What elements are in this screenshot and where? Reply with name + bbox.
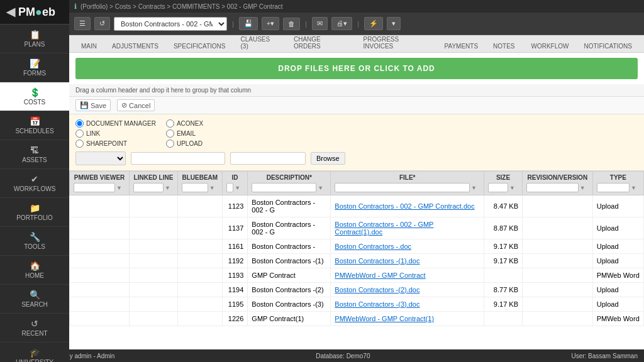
table-row: 1161 Boston Contractors - Boston Contrac… [70, 239, 644, 254]
save-button[interactable]: 💾 Save [75, 99, 111, 111]
sidebar-item-search-label: SEARCH [21, 301, 48, 308]
add-toolbar-button[interactable]: +▾ [262, 17, 279, 30]
cell-id: 1193 [222, 268, 248, 283]
tab-progress-invoices[interactable]: PROGRESS INVOICES [356, 33, 436, 52]
sidebar-item-home[interactable]: 🏠 HOME [0, 256, 69, 285]
logo-text: ◀ PM●eb [6, 5, 55, 19]
costs-icon: 💲 [30, 87, 40, 97]
radio-email[interactable]: EMAIL [166, 129, 203, 138]
cell-type: PMWeb Word [592, 268, 643, 283]
filter-id[interactable] [226, 183, 234, 192]
sidebar-item-schedules-label: SCHEDULES [15, 128, 53, 134]
cell-file[interactable]: Boston Contractors -.doc [331, 239, 484, 254]
filter-file[interactable] [335, 183, 470, 192]
cell-type: Upload [592, 217, 643, 239]
cell-type: Upload [592, 283, 643, 297]
status-user: User: Bassam Samman [571, 353, 638, 359]
cell-linked-line [130, 312, 178, 326]
table-row: 1193 GMP Contract PMWebWord - GMP Contra… [70, 268, 644, 283]
tab-notes[interactable]: NOTES [486, 40, 521, 52]
col-linked-line: LINKED LINE ▼ [130, 172, 178, 195]
table-row: 1195 Boston Contractors -(3) Boston Cont… [70, 297, 644, 312]
sidebar-item-costs[interactable]: 💲 COSTS [0, 82, 69, 111]
table-row: 1194 Boston Contractors -(2) Boston Cont… [70, 283, 644, 297]
sidebar-item-workflows[interactable]: ✔ WORKFLOWS [0, 169, 69, 198]
print-toolbar-button[interactable]: 🖨▾ [331, 17, 352, 30]
add-row-fields: Browse [75, 151, 638, 165]
schedules-icon: 📅 [30, 116, 40, 126]
drop-files-area[interactable]: DROP FILES HERE OR CLICK TO ADD [75, 58, 638, 79]
tab-payments[interactable]: PAYMENTS [438, 40, 486, 52]
tab-workflow[interactable]: WORKFLOW [525, 40, 576, 52]
add-row-file-input[interactable] [230, 152, 306, 165]
radio-sharepoint[interactable]: SHAREPOINT [75, 140, 156, 148]
browse-button[interactable]: Browse [311, 152, 345, 165]
sidebar-item-assets-label: ASSETS [22, 156, 47, 163]
cell-file[interactable]: Boston Contractors - 002 - GMP Contract.… [331, 195, 484, 217]
sidebar-item-search[interactable]: 🔍 SEARCH [0, 285, 69, 314]
portfolio-icon: 📁 [30, 203, 40, 213]
sidebar-item-portfolio-label: PORTFOLIO [16, 214, 53, 221]
cell-file[interactable]: Boston Contractors -(1).doc [331, 254, 484, 268]
more-toolbar-button[interactable]: ▾ [387, 17, 401, 30]
cell-id: 1123 [222, 195, 248, 217]
tab-clauses[interactable]: CLAUSES (3) [234, 33, 286, 52]
filter-type[interactable] [597, 183, 630, 192]
list-view-button[interactable]: ☰ [74, 17, 91, 30]
sidebar-item-portfolio[interactable]: 📁 PORTFOLIO [0, 198, 69, 227]
undo-button[interactable]: ↺ [94, 17, 110, 30]
cell-file[interactable]: Boston Contractors -(2).doc [331, 283, 484, 297]
cell-pmweb-viewer [70, 239, 130, 254]
record-dropdown[interactable]: Boston Contractors - 002 - GMP Con... [114, 17, 227, 31]
cell-file[interactable]: PMWebWord - GMP Contract [331, 268, 484, 283]
add-row-select[interactable] [75, 151, 126, 165]
topbar: ℹ (Portfolio) > Costs > Contracts > COMM… [69, 0, 644, 13]
radio-document-manager[interactable]: DOCUMENT MANAGER [75, 119, 156, 128]
cell-file[interactable]: Boston Contractors - 002 - GMP Contract(… [331, 217, 484, 239]
cell-bluebeam [177, 283, 222, 297]
cell-linked-line [130, 254, 178, 268]
breadcrumb: (Portfolio) > Costs > Contracts > COMMIT… [80, 3, 283, 10]
radio-group-2: ACONEX EMAIL UPLOAD [166, 119, 203, 148]
filter-bluebeam[interactable] [182, 183, 208, 192]
cell-linked-line [130, 217, 178, 239]
sidebar-item-costs-label: COSTS [24, 99, 45, 106]
radio-upload[interactable]: UPLOAD [166, 140, 203, 148]
cell-pmweb-viewer [70, 283, 130, 297]
radio-link[interactable]: LINK [75, 129, 156, 138]
email-toolbar-button[interactable]: ✉ [312, 17, 328, 30]
cell-id: 1161 [222, 239, 248, 254]
add-row-description-input[interactable] [131, 152, 225, 165]
tab-adjustments[interactable]: ADJUSTMENTS [105, 40, 165, 52]
cell-pmweb-viewer [70, 254, 130, 268]
tab-change-orders[interactable]: CHANGE ORDERS [287, 33, 355, 52]
sidebar-item-tools[interactable]: 🔧 TOOLS [0, 227, 69, 256]
sidebar-item-recent[interactable]: ↺ RECENT [0, 314, 69, 343]
filter-description[interactable] [252, 183, 316, 192]
sidebar-item-assets[interactable]: 🏗 ASSETS [0, 140, 69, 169]
delete-toolbar-button[interactable]: 🗑 [283, 18, 300, 30]
radio-aconex[interactable]: ACONEX [166, 119, 203, 128]
filter-pmweb-viewer[interactable] [74, 183, 115, 192]
cell-id: 1226 [222, 312, 248, 326]
cell-file[interactable]: Boston Contractors -(3).doc [331, 297, 484, 312]
cell-pmweb-viewer [70, 217, 130, 239]
tab-notifications[interactable]: NOTIFICATIONS [577, 40, 639, 52]
tab-main[interactable]: MAIN [74, 40, 104, 52]
cell-file[interactable]: PMWebWord - GMP Contract(1) [331, 312, 484, 326]
cell-bluebeam [177, 297, 222, 312]
sidebar-item-plans[interactable]: 📋 PLANS [0, 25, 69, 53]
tab-specifications[interactable]: SPECIFICATIONS [167, 40, 233, 52]
filter-revision[interactable] [526, 183, 579, 192]
sidebar: ◀ PM●eb 📋 PLANS 📝 FORMS 💲 COSTS 📅 SCHEDU… [0, 0, 69, 362]
lightning-toolbar-button[interactable]: ⚡ [364, 17, 383, 30]
sidebar-item-forms[interactable]: 📝 FORMS [0, 53, 69, 82]
save-toolbar-button[interactable]: 💾 [239, 17, 258, 30]
action-bar: 💾 Save ⊘ Cancel [69, 97, 644, 114]
sidebar-item-university[interactable]: 🎓 UNIVERSITY [0, 343, 69, 362]
filter-linked-line[interactable] [133, 183, 164, 192]
sidebar-item-schedules[interactable]: 📅 SCHEDULES [0, 111, 69, 140]
filter-size[interactable] [488, 183, 508, 192]
sidebar-item-university-label: UNIVERSITY [16, 359, 53, 362]
cancel-button[interactable]: ⊘ Cancel [117, 99, 155, 111]
